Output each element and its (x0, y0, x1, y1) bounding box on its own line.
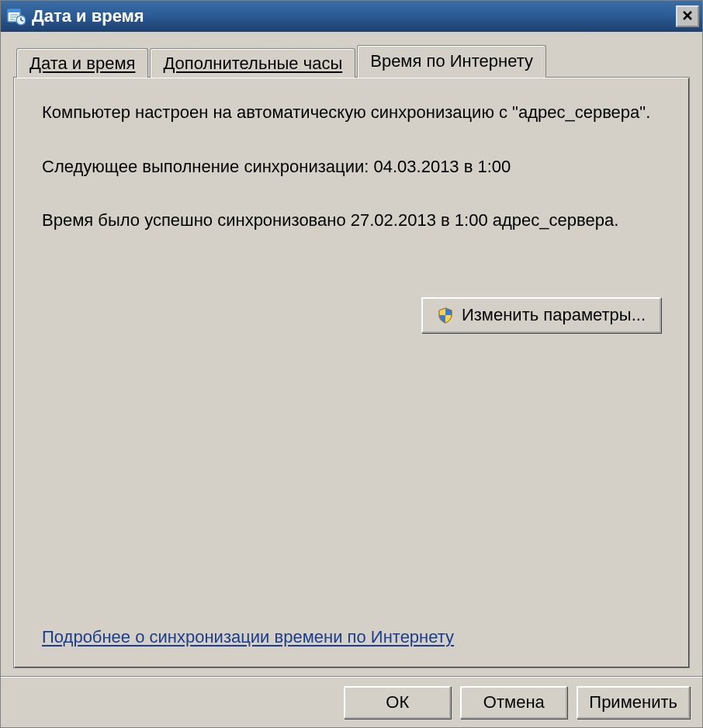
apply-label: Применить (589, 692, 677, 712)
title-bar[interactable]: Дата и время (1, 1, 702, 32)
ok-button[interactable]: ОК (344, 686, 451, 719)
change-settings-button[interactable]: Изменить параметры... (421, 297, 661, 333)
next-sync-text: Следующее выполнение синхронизации: 04.0… (42, 155, 661, 179)
shield-icon (437, 307, 454, 324)
dialog-button-row: ОК Отмена Применить (1, 676, 702, 727)
change-settings-label: Изменить параметры... (462, 305, 646, 325)
spacer (42, 333, 661, 627)
change-settings-row: Изменить параметры... (42, 297, 661, 333)
ok-label: ОК (386, 692, 409, 712)
tab-label: Дополнительные часы (163, 54, 342, 74)
last-sync-text: Время было успешно синхронизовано 27.02.… (42, 209, 661, 232)
tabs-area: Дата и время Дополнительные часы Время п… (1, 32, 702, 676)
client-area: Дата и время Дополнительные часы Время п… (1, 32, 702, 727)
apply-button[interactable]: Применить (577, 686, 690, 719)
tab-label: Время по Интернету (370, 51, 533, 71)
sync-configured-text: Компьютер настроен на автоматическую син… (42, 101, 661, 124)
tab-panel-internet-time: Компьютер настроен на автоматическую син… (13, 77, 690, 668)
window-title: Дата и время (32, 6, 676, 26)
tab-internet-time[interactable]: Время по Интернету (357, 45, 546, 78)
more-info-link[interactable]: Подробнее о синхронизации времени по Инт… (42, 627, 454, 647)
svg-line-7 (21, 20, 23, 21)
close-button[interactable] (676, 5, 699, 27)
date-time-dialog: Дата и время Дата и время Дополнительные… (0, 0, 703, 728)
svg-rect-1 (8, 9, 20, 12)
tab-strip: Дата и время Дополнительные часы Время п… (13, 44, 690, 77)
tab-additional-clocks[interactable]: Дополнительные часы (150, 48, 355, 78)
calendar-clock-icon (7, 7, 26, 26)
close-icon (682, 9, 693, 23)
tab-date-time[interactable]: Дата и время (16, 48, 148, 78)
cancel-button[interactable]: Отмена (460, 686, 567, 719)
cancel-label: Отмена (483, 692, 545, 712)
tab-label: Дата и время (29, 54, 135, 74)
